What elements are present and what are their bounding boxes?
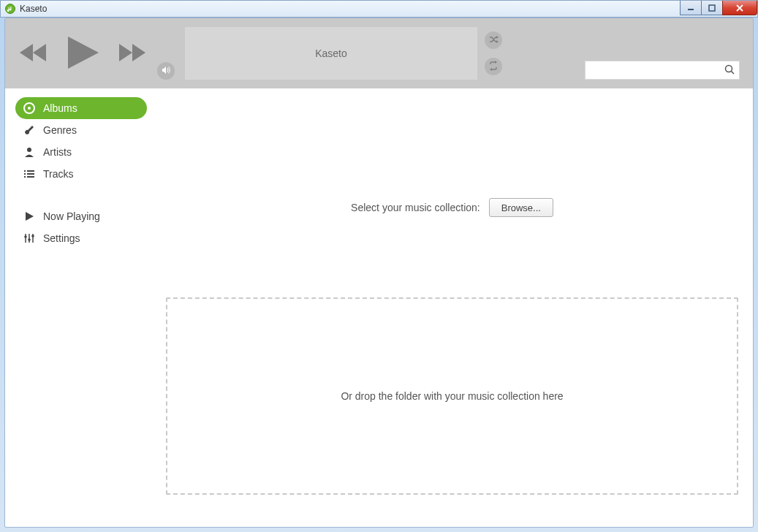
search-box[interactable] — [585, 61, 740, 80]
svg-point-17 — [28, 238, 31, 241]
sidebar-item-label: Artists — [43, 146, 72, 158]
list-icon — [23, 168, 36, 180]
maximize-button[interactable] — [701, 1, 723, 15]
sidebar-item-label: Genres — [43, 124, 77, 136]
sidebar-item-now-playing[interactable]: Now Playing — [15, 205, 162, 227]
titlebar: Kaseto — [0, 0, 758, 18]
svg-rect-12 — [24, 176, 26, 178]
shuffle-button[interactable] — [485, 31, 502, 49]
player-bar: Kaseto — [5, 18, 753, 88]
now-playing-label: Kaseto — [315, 48, 347, 59]
svg-line-4 — [732, 71, 735, 74]
window-controls — [681, 1, 757, 15]
sidebar-item-label: Now Playing — [43, 210, 100, 222]
volume-icon — [161, 65, 171, 77]
svg-point-6 — [28, 107, 31, 110]
person-icon — [23, 146, 36, 158]
sidebar-item-settings[interactable]: Settings — [15, 227, 162, 249]
volume-button[interactable] — [157, 62, 175, 80]
svg-rect-1 — [688, 9, 694, 10]
sidebar-item-label: Albums — [43, 102, 77, 114]
search-icon — [724, 64, 735, 77]
next-button[interactable] — [115, 42, 147, 66]
guitar-icon — [23, 124, 36, 136]
close-button[interactable] — [722, 1, 757, 15]
svg-rect-9 — [27, 170, 34, 172]
playback-controls — [18, 35, 147, 72]
repeat-icon — [488, 61, 499, 73]
sidebar-item-label: Tracks — [43, 168, 73, 180]
dropzone-label: Or drop the folder with your music colle… — [341, 390, 563, 402]
main-content: Select your music collection: Browse... … — [166, 88, 753, 527]
sidebar-item-artists[interactable]: Artists — [15, 141, 162, 163]
select-collection-label: Select your music collection: — [351, 202, 480, 213]
svg-rect-13 — [27, 176, 34, 178]
search-input[interactable] — [590, 65, 724, 76]
svg-rect-11 — [27, 173, 34, 175]
svg-point-19 — [31, 235, 34, 238]
app-icon — [5, 4, 15, 14]
svg-point-3 — [726, 65, 732, 72]
svg-rect-10 — [24, 173, 26, 175]
svg-rect-8 — [24, 170, 26, 172]
browse-button[interactable]: Browse... — [489, 198, 553, 217]
play-button[interactable] — [64, 35, 102, 72]
minimize-button[interactable] — [680, 1, 702, 15]
play-icon — [23, 211, 36, 221]
previous-button[interactable] — [18, 42, 50, 66]
window-title: Kaseto — [20, 4, 47, 14]
sliders-icon — [23, 232, 36, 244]
sidebar-item-label: Settings — [43, 232, 80, 244]
dropzone[interactable]: Or drop the folder with your music colle… — [166, 297, 738, 495]
svg-point-7 — [27, 148, 31, 152]
disc-icon — [23, 102, 36, 114]
svg-point-15 — [24, 235, 27, 238]
sidebar-item-genres[interactable]: Genres — [15, 119, 162, 141]
sidebar: Albums Genres Artists — [5, 88, 166, 527]
svg-rect-2 — [709, 5, 715, 11]
sidebar-item-albums[interactable]: Albums — [15, 97, 147, 119]
now-playing-display: Kaseto — [185, 27, 477, 80]
repeat-button[interactable] — [485, 58, 502, 75]
shuffle-icon — [488, 34, 499, 47]
app-frame: Kaseto — [4, 18, 754, 528]
sidebar-item-tracks[interactable]: Tracks — [15, 163, 162, 185]
